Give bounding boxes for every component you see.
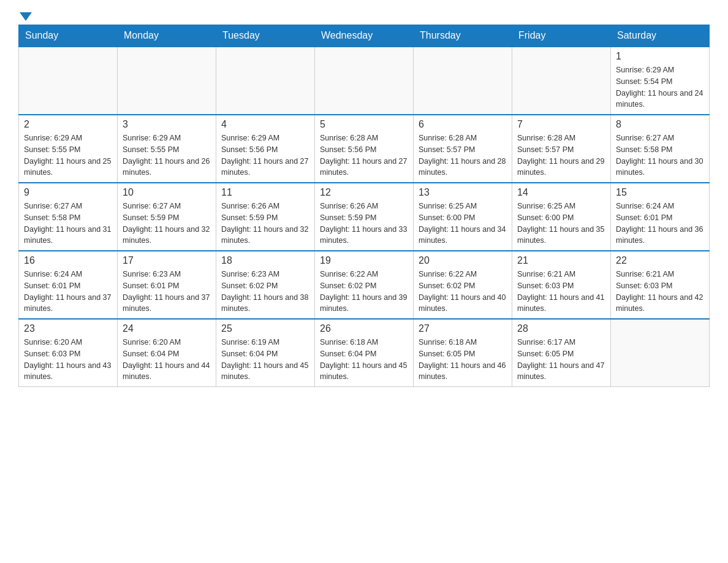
day-number: 28 (517, 323, 605, 334)
day-info: Sunrise: 6:18 AM Sunset: 6:04 PM Dayligh… (320, 337, 408, 383)
day-info: Sunrise: 6:28 AM Sunset: 5:56 PM Dayligh… (320, 132, 408, 178)
day-number: 13 (419, 187, 507, 198)
day-number: 11 (221, 187, 309, 198)
calendar-cell: 28Sunrise: 6:17 AM Sunset: 6:05 PM Dayli… (512, 319, 611, 387)
day-info: Sunrise: 6:24 AM Sunset: 6:01 PM Dayligh… (24, 269, 112, 315)
day-number: 8 (616, 119, 704, 130)
day-number: 10 (123, 187, 211, 198)
day-of-week-header: Friday (512, 25, 611, 47)
calendar-cell (19, 47, 118, 115)
day-number: 18 (221, 255, 309, 266)
calendar-cell: 12Sunrise: 6:26 AM Sunset: 5:59 PM Dayli… (315, 183, 414, 251)
day-of-week-header: Monday (118, 25, 216, 47)
calendar-cell (315, 47, 414, 115)
day-number: 12 (320, 187, 408, 198)
calendar-cell (414, 47, 512, 115)
calendar-cell: 15Sunrise: 6:24 AM Sunset: 6:01 PM Dayli… (611, 183, 710, 251)
calendar-cell (118, 47, 216, 115)
page-header (18, 12, 710, 18)
day-number: 17 (123, 255, 211, 266)
day-info: Sunrise: 6:29 AM Sunset: 5:55 PM Dayligh… (24, 132, 112, 178)
day-info: Sunrise: 6:29 AM Sunset: 5:55 PM Dayligh… (123, 132, 211, 178)
day-info: Sunrise: 6:24 AM Sunset: 6:01 PM Dayligh… (616, 201, 704, 247)
day-of-week-header: Saturday (611, 25, 710, 47)
calendar-cell: 8Sunrise: 6:27 AM Sunset: 5:58 PM Daylig… (611, 115, 710, 183)
day-info: Sunrise: 6:22 AM Sunset: 6:02 PM Dayligh… (320, 269, 408, 315)
day-info: Sunrise: 6:23 AM Sunset: 6:02 PM Dayligh… (221, 269, 309, 315)
calendar-cell: 2Sunrise: 6:29 AM Sunset: 5:55 PM Daylig… (19, 115, 118, 183)
day-info: Sunrise: 6:20 AM Sunset: 6:04 PM Dayligh… (123, 337, 211, 383)
day-number: 5 (320, 119, 408, 130)
day-number: 20 (419, 255, 507, 266)
day-number: 15 (616, 187, 704, 198)
day-number: 3 (123, 119, 211, 130)
calendar-cell: 24Sunrise: 6:20 AM Sunset: 6:04 PM Dayli… (118, 319, 216, 387)
calendar-cell: 25Sunrise: 6:19 AM Sunset: 6:04 PM Dayli… (216, 319, 315, 387)
day-info: Sunrise: 6:29 AM Sunset: 5:54 PM Dayligh… (616, 64, 704, 110)
calendar-cell: 9Sunrise: 6:27 AM Sunset: 5:58 PM Daylig… (19, 183, 118, 251)
day-info: Sunrise: 6:23 AM Sunset: 6:01 PM Dayligh… (123, 269, 211, 315)
day-number: 2 (24, 119, 112, 130)
day-info: Sunrise: 6:25 AM Sunset: 6:00 PM Dayligh… (419, 201, 507, 247)
calendar-cell: 21Sunrise: 6:21 AM Sunset: 6:03 PM Dayli… (512, 251, 611, 319)
day-info: Sunrise: 6:20 AM Sunset: 6:03 PM Dayligh… (24, 337, 112, 383)
calendar-cell: 4Sunrise: 6:29 AM Sunset: 5:56 PM Daylig… (216, 115, 315, 183)
calendar-cell: 13Sunrise: 6:25 AM Sunset: 6:00 PM Dayli… (414, 183, 512, 251)
calendar-cell: 6Sunrise: 6:28 AM Sunset: 5:57 PM Daylig… (414, 115, 512, 183)
calendar-cell: 3Sunrise: 6:29 AM Sunset: 5:55 PM Daylig… (118, 115, 216, 183)
day-info: Sunrise: 6:25 AM Sunset: 6:00 PM Dayligh… (517, 201, 605, 247)
day-info: Sunrise: 6:22 AM Sunset: 6:02 PM Dayligh… (419, 269, 507, 315)
day-info: Sunrise: 6:19 AM Sunset: 6:04 PM Dayligh… (221, 337, 309, 383)
day-of-week-header: Tuesday (216, 25, 315, 47)
day-info: Sunrise: 6:29 AM Sunset: 5:56 PM Dayligh… (221, 132, 309, 178)
day-info: Sunrise: 6:27 AM Sunset: 5:59 PM Dayligh… (123, 201, 211, 247)
day-info: Sunrise: 6:18 AM Sunset: 6:05 PM Dayligh… (419, 337, 507, 383)
day-of-week-header: Sunday (19, 25, 118, 47)
calendar-cell: 11Sunrise: 6:26 AM Sunset: 5:59 PM Dayli… (216, 183, 315, 251)
day-number: 4 (221, 119, 309, 130)
calendar-header-row: SundayMondayTuesdayWednesdayThursdayFrid… (19, 25, 710, 47)
day-info: Sunrise: 6:27 AM Sunset: 5:58 PM Dayligh… (24, 201, 112, 247)
calendar-cell (611, 319, 710, 387)
calendar-cell: 22Sunrise: 6:21 AM Sunset: 6:03 PM Dayli… (611, 251, 710, 319)
day-info: Sunrise: 6:21 AM Sunset: 6:03 PM Dayligh… (517, 269, 605, 315)
day-info: Sunrise: 6:17 AM Sunset: 6:05 PM Dayligh… (517, 337, 605, 383)
day-info: Sunrise: 6:21 AM Sunset: 6:03 PM Dayligh… (616, 269, 704, 315)
calendar-cell: 23Sunrise: 6:20 AM Sunset: 6:03 PM Dayli… (19, 319, 118, 387)
day-info: Sunrise: 6:28 AM Sunset: 5:57 PM Dayligh… (419, 132, 507, 178)
day-number: 9 (24, 187, 112, 198)
calendar-cell: 27Sunrise: 6:18 AM Sunset: 6:05 PM Dayli… (414, 319, 512, 387)
calendar-cell (512, 47, 611, 115)
day-info: Sunrise: 6:26 AM Sunset: 5:59 PM Dayligh… (221, 201, 309, 247)
day-of-week-header: Wednesday (315, 25, 414, 47)
calendar-week-row: 16Sunrise: 6:24 AM Sunset: 6:01 PM Dayli… (19, 251, 710, 319)
day-number: 6 (419, 119, 507, 130)
day-info: Sunrise: 6:26 AM Sunset: 5:59 PM Dayligh… (320, 201, 408, 247)
calendar-cell: 19Sunrise: 6:22 AM Sunset: 6:02 PM Dayli… (315, 251, 414, 319)
day-of-week-header: Thursday (414, 25, 512, 47)
logo (18, 12, 33, 18)
calendar-cell: 18Sunrise: 6:23 AM Sunset: 6:02 PM Dayli… (216, 251, 315, 319)
day-number: 1 (616, 51, 704, 62)
calendar-week-row: 23Sunrise: 6:20 AM Sunset: 6:03 PM Dayli… (19, 319, 710, 387)
calendar-cell: 14Sunrise: 6:25 AM Sunset: 6:00 PM Dayli… (512, 183, 611, 251)
calendar-cell: 10Sunrise: 6:27 AM Sunset: 5:59 PM Dayli… (118, 183, 216, 251)
calendar-cell: 5Sunrise: 6:28 AM Sunset: 5:56 PM Daylig… (315, 115, 414, 183)
day-number: 22 (616, 255, 704, 266)
calendar-cell: 20Sunrise: 6:22 AM Sunset: 6:02 PM Dayli… (414, 251, 512, 319)
day-number: 14 (517, 187, 605, 198)
day-number: 27 (419, 323, 507, 334)
day-info: Sunrise: 6:27 AM Sunset: 5:58 PM Dayligh… (616, 132, 704, 178)
calendar-week-row: 9Sunrise: 6:27 AM Sunset: 5:58 PM Daylig… (19, 183, 710, 251)
day-number: 16 (24, 255, 112, 266)
day-number: 7 (517, 119, 605, 130)
day-number: 26 (320, 323, 408, 334)
day-number: 19 (320, 255, 408, 266)
day-number: 23 (24, 323, 112, 334)
day-info: Sunrise: 6:28 AM Sunset: 5:57 PM Dayligh… (517, 132, 605, 178)
calendar-cell: 7Sunrise: 6:28 AM Sunset: 5:57 PM Daylig… (512, 115, 611, 183)
calendar-week-row: 1Sunrise: 6:29 AM Sunset: 5:54 PM Daylig… (19, 47, 710, 115)
logo-arrow-icon (20, 12, 32, 21)
calendar-cell: 16Sunrise: 6:24 AM Sunset: 6:01 PM Dayli… (19, 251, 118, 319)
calendar-cell: 26Sunrise: 6:18 AM Sunset: 6:04 PM Dayli… (315, 319, 414, 387)
